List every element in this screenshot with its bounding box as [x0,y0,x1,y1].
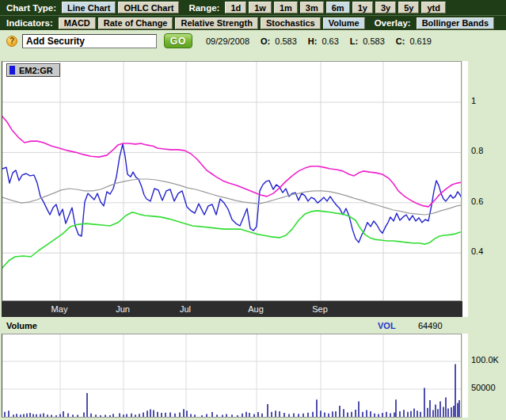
x-axis-label-may: May [51,304,68,314]
y-axis-tick-price-0.4: 0.4 [471,246,483,256]
chart-type-button-ohlc-chart[interactable]: OHLC Chart [118,2,179,13]
ohlc-quote: O:0.583H:0.63L:0.583C:0.619 [249,36,432,46]
overlay-button-bollinger-bands[interactable]: Bollinger Bands [417,17,494,29]
quote-label: C: [396,36,405,46]
right-gutter-volume [462,334,468,418]
chart-app: Chart Type: Line ChartOHLC Chart Range: … [0,0,506,420]
help-icon[interactable]: ? [6,36,17,47]
range-button-5y[interactable]: 5y [398,2,419,13]
chart-type-button-line-chart[interactable]: Line Chart [62,2,116,13]
quote-label: L: [350,36,358,46]
quote-value: 0.583 [363,36,385,46]
range-button-3y[interactable]: 3y [375,2,396,13]
indicator-button-volume[interactable]: Volume [323,17,365,29]
range-button-3m[interactable]: 3m [300,2,324,13]
chart-type-button-group: Line ChartOHLC Chart [62,2,179,13]
y-axis-tick-price-0.8: 0.8 [471,146,483,155]
indicators-toolbar: Indicators: MACDRate of ChangeRelative S… [0,15,506,30]
go-button[interactable]: GO [164,33,192,48]
vol-label: VOL [378,321,396,330]
price-chart [2,62,461,300]
indicator-button-rate-of-change[interactable]: Rate of Change [98,17,173,29]
chart-type-toolbar: Chart Type: Line ChartOHLC Chart Range: … [0,0,506,15]
overlay-label: Overlay: [375,18,411,28]
right-gutter-main [462,61,468,317]
range-button-6m[interactable]: 6m [326,2,350,13]
volume-title: Volume [6,321,37,330]
legend-swatch [10,66,15,74]
overlay-button-group: Bollinger Bands [417,17,494,29]
x-axis-label-aug: Aug [248,304,264,314]
volume-chart-pane [2,334,462,418]
x-axis-label-sep: Sep [312,304,328,314]
y-axis-tick-price-1: 1 [471,96,476,105]
vol-value: 64490 [418,321,443,330]
range-button-1w[interactable]: 1w [249,2,272,13]
legend-symbol: EM2:GR [19,66,53,75]
quote-value: 0.63 [321,36,338,46]
price-chart-plot: EM2:GR [2,61,462,301]
range-button-1y[interactable]: 1y [352,2,373,13]
x-axis-month-strip: MayJunJulAugSep [2,301,462,317]
quote-value: 0.619 [409,36,432,46]
range-button-1d[interactable]: 1d [225,2,246,13]
range-button-group: 1d1w1m3m6m1y3y5yytd [225,2,446,13]
quote-label: H: [308,36,318,46]
x-axis-label-jun: Jun [116,304,130,314]
legend-chip: EM2:GR [6,63,60,77]
indicator-button-relative-strength[interactable]: Relative Strength [175,17,257,29]
indicators-label: Indicators: [6,18,53,28]
indicator-button-stochastics[interactable]: Stochastics [261,17,321,29]
y-axis-tick-volume-50000: 50000 [471,383,496,392]
range-button-ytd[interactable]: ytd [421,2,446,13]
range-button-1m[interactable]: 1m [274,2,298,13]
indicator-button-group: MACDRate of ChangeRelative StrengthStoch… [59,17,365,29]
add-security-input[interactable] [22,34,157,48]
y-axis-tick-price-0.6: 0.6 [471,197,483,206]
quote-date: 09/29/2008 [206,36,249,46]
chart-type-label: Chart Type: [6,3,56,13]
quote-label: O: [261,36,270,46]
quote-value: 0.583 [275,36,297,46]
volume-chart [2,334,461,417]
y-axis-tick-volume-100.0k: 100.0K [471,355,499,365]
range-label: Range: [188,3,219,13]
volume-header: Volume VOL 64490 [0,317,506,334]
security-bar: ? GO 09/29/2008 O:0.583H:0.63L:0.583C:0.… [0,30,506,52]
x-axis-label-jul: Jul [180,304,191,314]
indicator-button-macd[interactable]: MACD [59,17,96,29]
